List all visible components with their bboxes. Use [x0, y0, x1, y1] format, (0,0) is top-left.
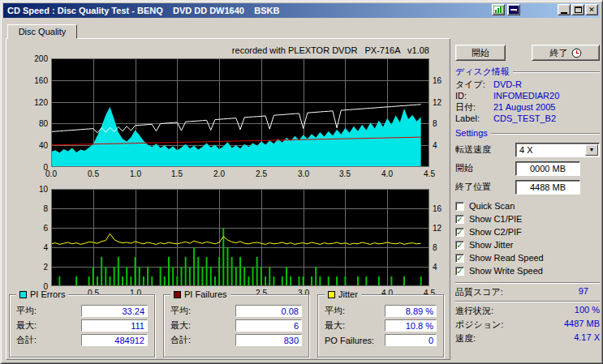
stat-value: 830: [235, 334, 302, 346]
checkbox-box[interactable]: ✓: [455, 241, 464, 250]
quality-score-label: 品質スコア:: [455, 286, 503, 298]
start-position-input[interactable]: [515, 161, 580, 176]
divider: [455, 282, 600, 284]
disc-id-label: ID:: [455, 91, 493, 101]
disc-type-row: タイプ: DVD-R: [455, 79, 600, 90]
disc-info-header-label: ディスク情報: [455, 66, 510, 78]
titlebar[interactable]: CD Speed : Disc Quality Test - BENQ DVD …: [3, 3, 600, 18]
checkbox-show-read-speed[interactable]: ✓Show Read Speed: [455, 251, 600, 264]
minimize-button[interactable]: [558, 4, 571, 15]
stat-value: 111: [81, 319, 148, 332]
start-position-row: 開始: [455, 161, 600, 176]
stat-box-pi-errors: PI Errors平均:33.24最大:111合計:484912: [9, 294, 155, 358]
checkbox-show-write-speed[interactable]: ✓Show Write Speed: [455, 264, 600, 277]
checkbox-box[interactable]: ✓: [455, 215, 464, 224]
progress-value: 100 %: [575, 305, 600, 316]
pie-speed-chart: 200160120804001612840.00.51.01.52.02.53.…: [51, 58, 429, 167]
start-button[interactable]: 開始: [455, 45, 506, 61]
transfer-speed-row: 転送速度 4 X: [455, 142, 600, 157]
disc-id-value: INFOMEDIAR20: [493, 91, 559, 101]
quality-score-value: 97: [579, 286, 588, 298]
series-color-swatch: [174, 291, 181, 298]
checkbox-quick-scan[interactable]: Quick Scan: [455, 199, 600, 212]
stat-row-: 平均:33.24: [16, 305, 148, 317]
maximize-button[interactable]: [571, 4, 584, 15]
checkbox-list: Quick Scan✓Show C1/PIE✓Show C2/PIF✓Show …: [455, 199, 600, 277]
series-color-swatch: [328, 291, 335, 298]
stat-label: 合計:: [170, 334, 191, 346]
stat-box-jitter: Jitter平均:8.89 %最大:10.8 %PO Failures:0: [317, 294, 444, 358]
close-button[interactable]: ✕: [585, 4, 598, 15]
stat-label: 平均:: [325, 305, 345, 317]
checkbox-show-c1-pie[interactable]: ✓Show C1/PIE: [455, 212, 600, 225]
checkbox-box[interactable]: [455, 202, 464, 211]
speed-select[interactable]: 4 X: [515, 143, 600, 157]
stat-row-: 平均:8.89 %: [325, 305, 437, 317]
y-axis-right-label: 16: [433, 76, 450, 85]
stat-value: 33.24: [81, 305, 148, 317]
y-axis-left-label: 160: [27, 76, 48, 85]
checkbox-box[interactable]: ✓: [455, 254, 464, 263]
disc-date-label: 日付:: [455, 101, 493, 113]
stat-label: PO Failures:: [325, 336, 374, 345]
close-icon: ✕: [588, 6, 595, 14]
divider: [455, 301, 600, 302]
x-axis-label: 4.5: [419, 169, 440, 178]
stat-label: 合計:: [16, 334, 37, 346]
settings-header-label: Settings: [455, 128, 488, 138]
y-axis-right-label: 12: [433, 224, 450, 233]
stat-row-po-failures: PO Failures:0: [325, 334, 437, 346]
y-axis-left-label: 40: [27, 141, 48, 150]
stat-value: 8.89 %: [385, 305, 437, 317]
speed-value: 4.17 X: [574, 332, 600, 344]
stat-box-legend: PI Failures: [170, 289, 230, 299]
speed-row: 速度: 4.17 X: [455, 332, 600, 344]
exit-button[interactable]: 終了: [532, 45, 600, 61]
y-axis-left-label: 8: [27, 204, 48, 213]
chart-canvas: [51, 58, 429, 167]
pif-jitter-chart: 10864201612840.00.51.01.52.02.53.03.54.0…: [51, 189, 429, 286]
checkbox-box[interactable]: ✓: [455, 267, 464, 276]
stat-row-: 最大:10.8 %: [325, 319, 437, 332]
y-axis-left-label: 6: [27, 224, 48, 233]
action-buttons: 開始 終了: [455, 45, 600, 61]
maximize-icon: [575, 6, 582, 13]
divider: [513, 71, 600, 73]
stat-label: 最大:: [170, 319, 191, 332]
tab-disc-quality[interactable]: Disc Quality: [7, 24, 77, 39]
disc-type-value: DVD-R: [493, 79, 522, 89]
y-axis-right-label: 8: [433, 119, 450, 128]
x-axis-label: 1.5: [166, 169, 187, 178]
y-axis-right-label: 12: [433, 98, 450, 107]
minimize-icon: [561, 12, 567, 14]
disc-date-value: 21 August 2005: [493, 102, 555, 112]
checkbox-show-jitter[interactable]: ✓Show Jitter: [455, 238, 600, 251]
checkbox-label: Show C1/PIE: [469, 214, 522, 224]
checkbox-label: Show Read Speed: [469, 253, 544, 263]
y-axis-left-label: 80: [27, 119, 48, 128]
end-position-input[interactable]: [515, 180, 580, 195]
chart-header: recorded with PLEXTOR DVDR PX-716A v1.08: [51, 45, 429, 55]
stat-label: 平均:: [170, 305, 191, 317]
chart-canvas: [51, 189, 429, 286]
dropdown-arrow-button[interactable]: [585, 144, 598, 156]
start-button-label: 開始: [472, 47, 489, 59]
stat-value: 0: [385, 334, 437, 346]
stat-value: 6: [235, 319, 302, 332]
end-position-row: 終了位置: [455, 179, 600, 195]
checkbox-label: Show C2/PIF: [469, 227, 522, 237]
stat-value: 0.08: [235, 305, 302, 317]
drive-icon-button[interactable]: [507, 4, 520, 15]
quality-score-row: 品質スコア: 97: [455, 286, 600, 298]
checkbox-show-c2-pif[interactable]: ✓Show C2/PIF: [455, 225, 600, 238]
stat-box-title: PI Failures: [184, 289, 227, 299]
disc-label-row: Label: CDS_TEST_B2: [455, 113, 600, 124]
checkbox-box[interactable]: ✓: [455, 228, 464, 237]
exit-button-label: 終了: [550, 47, 568, 59]
y-axis-left-label: 10: [27, 185, 48, 194]
app-window: CD Speed : Disc Quality Test - BENQ DVD …: [0, 0, 603, 364]
y-axis-right-label: 4: [433, 263, 450, 272]
chart-icon-button[interactable]: [492, 4, 505, 15]
y-axis-right-label: 8: [433, 243, 450, 252]
x-axis-label: 3.5: [334, 169, 355, 178]
